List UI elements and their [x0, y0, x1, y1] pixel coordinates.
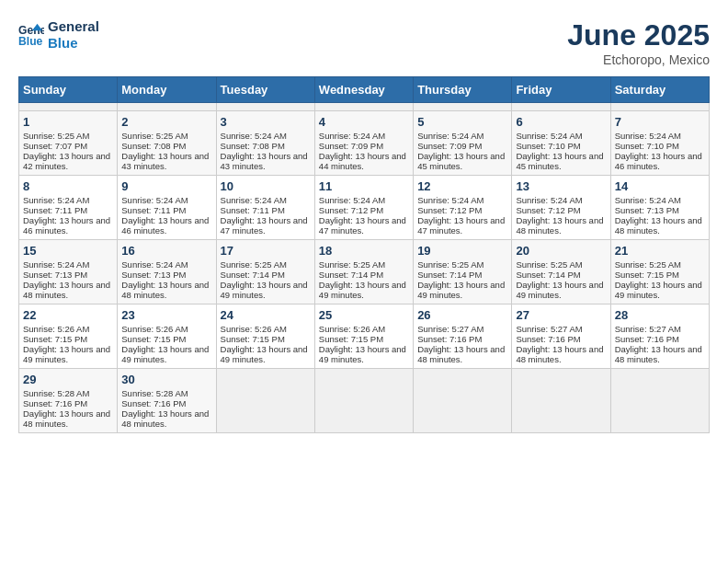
empty-cell — [19, 103, 118, 111]
col-sunday: Sunday — [19, 77, 118, 103]
week-row-6: 29 Sunrise: 5:28 AMSunset: 7:16 PMDaylig… — [19, 369, 710, 433]
col-saturday: Saturday — [610, 77, 709, 103]
week-row-3: 8 Sunrise: 5:24 AMSunset: 7:11 PMDayligh… — [19, 176, 710, 240]
empty-cell — [118, 103, 216, 111]
day-15: 15 Sunrise: 5:24 AMSunset: 7:13 PMDaylig… — [19, 240, 118, 304]
day-25: 25 Sunrise: 5:26 AMSunset: 7:15 PMDaylig… — [314, 304, 413, 369]
day-11: 11 Sunrise: 5:24 AMSunset: 7:12 PMDaylig… — [314, 176, 413, 240]
calendar-title: June 2025 — [567, 18, 710, 52]
day-3: 3 Sunrise: 5:24 AMSunset: 7:08 PMDayligh… — [216, 111, 314, 176]
day-22: 22 Sunrise: 5:26 AMSunset: 7:15 PMDaylig… — [19, 304, 118, 369]
header-row: Sunday Monday Tuesday Wednesday Thursday… — [19, 77, 710, 103]
day-10: 10 Sunrise: 5:24 AMSunset: 7:11 PMDaylig… — [216, 176, 314, 240]
col-tuesday: Tuesday — [216, 77, 314, 103]
week-row-5: 22 Sunrise: 5:26 AMSunset: 7:15 PMDaylig… — [19, 304, 710, 369]
empty-cell — [216, 369, 314, 433]
day-2: 2 Sunrise: 5:25 AMSunset: 7:08 PMDayligh… — [118, 111, 216, 176]
day-8: 8 Sunrise: 5:24 AMSunset: 7:11 PMDayligh… — [19, 176, 118, 240]
logo-line2: Blue — [48, 35, 99, 52]
day-23: 23 Sunrise: 5:26 AMSunset: 7:15 PMDaylig… — [118, 304, 216, 369]
empty-cell — [314, 103, 413, 111]
week-row-2: 1 Sunrise: 5:25 AMSunset: 7:07 PMDayligh… — [19, 111, 710, 176]
empty-cell — [512, 369, 610, 433]
title-area: June 2025 Etchoropo, Mexico — [567, 18, 710, 67]
col-monday: Monday — [118, 77, 216, 103]
empty-cell — [610, 369, 709, 433]
week-row-4: 15 Sunrise: 5:24 AMSunset: 7:13 PMDaylig… — [19, 240, 710, 304]
col-wednesday: Wednesday — [314, 77, 413, 103]
day-19: 19 Sunrise: 5:25 AMSunset: 7:14 PMDaylig… — [414, 240, 512, 304]
day-14: 14 Sunrise: 5:24 AMSunset: 7:13 PMDaylig… — [610, 176, 709, 240]
week-row-1 — [19, 103, 710, 111]
empty-cell — [512, 103, 610, 111]
day-7: 7 Sunrise: 5:24 AMSunset: 7:10 PMDayligh… — [610, 111, 709, 176]
header: General Blue General Blue June 2025 Etch… — [18, 18, 710, 67]
calendar-subtitle: Etchoropo, Mexico — [567, 52, 710, 67]
day-18: 18 Sunrise: 5:25 AMSunset: 7:14 PMDaylig… — [314, 240, 413, 304]
logo: General Blue General Blue — [18, 18, 99, 52]
day-9: 9 Sunrise: 5:24 AMSunset: 7:11 PMDayligh… — [118, 176, 216, 240]
day-29: 29 Sunrise: 5:28 AMSunset: 7:16 PMDaylig… — [19, 369, 118, 433]
empty-cell — [414, 103, 512, 111]
logo-icon: General Blue — [18, 22, 44, 48]
empty-cell — [610, 103, 709, 111]
day-16: 16 Sunrise: 5:24 AMSunset: 7:13 PMDaylig… — [118, 240, 216, 304]
day-1: 1 Sunrise: 5:25 AMSunset: 7:07 PMDayligh… — [19, 111, 118, 176]
day-17: 17 Sunrise: 5:25 AMSunset: 7:14 PMDaylig… — [216, 240, 314, 304]
day-24: 24 Sunrise: 5:26 AMSunset: 7:15 PMDaylig… — [216, 304, 314, 369]
day-4: 4 Sunrise: 5:24 AMSunset: 7:09 PMDayligh… — [314, 111, 413, 176]
day-12: 12 Sunrise: 5:24 AMSunset: 7:12 PMDaylig… — [414, 176, 512, 240]
day-27: 27 Sunrise: 5:27 AMSunset: 7:16 PMDaylig… — [512, 304, 610, 369]
day-28: 28 Sunrise: 5:27 AMSunset: 7:16 PMDaylig… — [610, 304, 709, 369]
day-6: 6 Sunrise: 5:24 AMSunset: 7:10 PMDayligh… — [512, 111, 610, 176]
col-thursday: Thursday — [414, 77, 512, 103]
day-5: 5 Sunrise: 5:24 AMSunset: 7:09 PMDayligh… — [414, 111, 512, 176]
day-26: 26 Sunrise: 5:27 AMSunset: 7:16 PMDaylig… — [414, 304, 512, 369]
empty-cell — [314, 369, 413, 433]
svg-text:Blue: Blue — [18, 35, 43, 48]
empty-cell — [414, 369, 512, 433]
day-21: 21 Sunrise: 5:25 AMSunset: 7:15 PMDaylig… — [610, 240, 709, 304]
calendar-table: Sunday Monday Tuesday Wednesday Thursday… — [18, 76, 710, 433]
day-30: 30 Sunrise: 5:28 AMSunset: 7:16 PMDaylig… — [118, 369, 216, 433]
col-friday: Friday — [512, 77, 610, 103]
logo-line1: General — [48, 18, 99, 35]
day-13: 13 Sunrise: 5:24 AMSunset: 7:12 PMDaylig… — [512, 176, 610, 240]
empty-cell — [216, 103, 314, 111]
day-20: 20 Sunrise: 5:25 AMSunset: 7:14 PMDaylig… — [512, 240, 610, 304]
